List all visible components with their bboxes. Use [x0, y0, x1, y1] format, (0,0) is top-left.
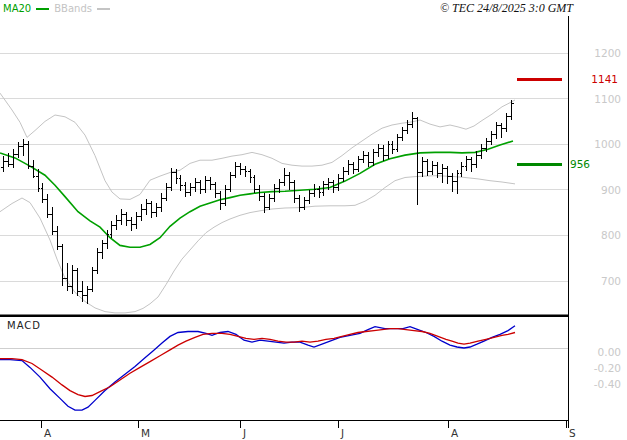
- macd-tick-label: -0.40: [594, 378, 621, 390]
- price-tick-label: 700: [601, 275, 621, 287]
- month-label: M: [141, 427, 150, 439]
- month-label: A: [44, 427, 52, 439]
- price-tick-label: 900: [601, 184, 621, 196]
- macd-tick-label: -0.20: [594, 362, 621, 374]
- price-tick-label: 1200: [594, 47, 621, 59]
- ma20-line: [0, 141, 513, 247]
- month-label: J: [242, 427, 246, 439]
- support-label: 956: [570, 158, 590, 170]
- bb-upper-line: [0, 93, 515, 199]
- month-label: J: [340, 427, 344, 439]
- month-label: S: [569, 427, 576, 439]
- resistance-label: 1141: [591, 73, 618, 85]
- chart-canvas: 1200110010009008007000.00-0.20-0.4011419…: [0, 0, 627, 440]
- price-tick-label: 800: [601, 229, 621, 241]
- stock-chart: 1200110010009008007000.00-0.20-0.4011419…: [0, 0, 627, 440]
- legend-bbands-label: BBands: [54, 3, 92, 15]
- panel-separator: [0, 315, 568, 318]
- chart-legend: MA20 BBands: [3, 3, 110, 15]
- price-tick-label: 1000: [594, 138, 621, 150]
- legend-ma20-label: MA20: [3, 3, 31, 15]
- macd-panel-label: MACD: [7, 320, 41, 331]
- ma20-line-swatch-icon: [36, 8, 49, 10]
- month-label: A: [451, 427, 459, 439]
- macd-tick-label: 0.00: [598, 346, 621, 358]
- copyright-text: © TEC 24/8/2025 3:0 GMT: [440, 1, 573, 16]
- price-tick-label: 1100: [594, 93, 621, 105]
- bbands-line-swatch-icon: [97, 8, 110, 10]
